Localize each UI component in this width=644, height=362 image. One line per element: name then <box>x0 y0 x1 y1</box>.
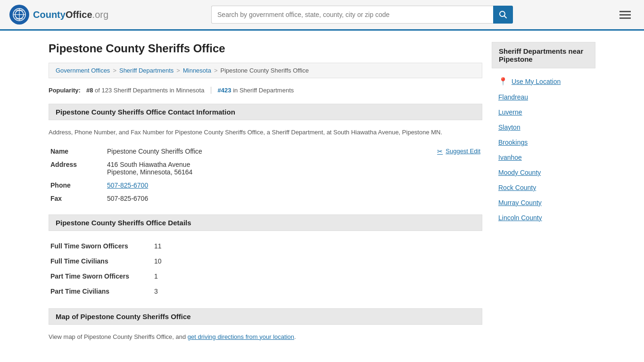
driving-directions-link[interactable]: get driving directions from your locatio… <box>188 333 294 340</box>
search-input[interactable] <box>211 6 493 24</box>
detail-label: Full Time Civilians <box>49 254 152 269</box>
details-table: Full Time Sworn Officers11Full Time Civi… <box>49 239 482 299</box>
logo-icon <box>9 5 29 25</box>
sidebar-item: Brookings <box>492 135 595 150</box>
menu-button[interactable] <box>616 9 635 21</box>
sidebar-link[interactable]: Murray County <box>498 199 542 206</box>
sidebar-item: Lincoln County <box>492 210 595 225</box>
address-value: 416 South Hiawatha Avenue Pipestone, Min… <box>105 158 482 179</box>
sidebar-item: Slayton <box>492 120 595 135</box>
location-pin-icon: 📍 <box>498 77 508 86</box>
detail-value: 10 <box>152 254 482 269</box>
details-section: Pipestone County Sheriffs Office Details… <box>49 214 482 299</box>
popularity-rank2: #423 in Sheriff Departments <box>218 87 294 94</box>
breadcrumb-sheriff-depts[interactable]: Sheriff Departments <box>119 67 173 74</box>
sidebar-item: Moody County <box>492 165 595 180</box>
address-label: Address <box>49 158 105 179</box>
site-header: CountyOffice.org <box>0 0 644 31</box>
sidebar-link[interactable]: Flandreau <box>498 93 528 101</box>
table-row: Name Pipestone County Sheriffs Office ✂ … <box>49 145 482 158</box>
table-row: Part Time Sworn Officers1 <box>49 269 482 284</box>
popularity-label: Popularity: <box>49 87 81 94</box>
sidebar-header: Sheriff Departments near Pipestone <box>492 42 595 68</box>
main-container: Pipestone County Sheriffs Office Governm… <box>39 31 605 362</box>
table-row: Full Time Civilians10 <box>49 254 482 269</box>
phone-link[interactable]: 507-825-6700 <box>107 181 148 189</box>
table-row: Fax 507-825-6706 <box>49 192 482 205</box>
map-section-header: Map of Pipestone County Sheriffs Office <box>49 308 482 325</box>
sidebar: Sheriff Departments near Pipestone 📍 Use… <box>492 42 595 351</box>
edit-icon: ✂ <box>437 148 443 155</box>
sidebar-link[interactable]: Lincoln County <box>498 214 542 222</box>
use-my-location-link[interactable]: Use My Location <box>512 78 561 85</box>
breadcrumb-sep3: > <box>214 67 218 74</box>
name-value: Pipestone County Sheriffs Office ✂ Sugge… <box>105 145 482 158</box>
contact-description: Address, Phone Number, and Fax Number fo… <box>49 128 482 137</box>
sidebar-link[interactable]: Rock County <box>498 184 536 191</box>
sidebar-links: FlandreauLuverneSlaytonBrookingsIvanhoeM… <box>492 90 595 225</box>
page-title: Pipestone County Sheriffs Office <box>49 42 482 55</box>
sidebar-link[interactable]: Slayton <box>498 123 520 131</box>
breadcrumb-sep1: > <box>113 67 116 74</box>
logo-text: CountyOffice.org <box>33 9 108 20</box>
detail-label: Part Time Civilians <box>49 284 152 299</box>
sidebar-link[interactable]: Luverne <box>498 108 522 116</box>
contact-section: Pipestone County Sheriffs Office Contact… <box>49 104 482 205</box>
map-section: Map of Pipestone County Sheriffs Office … <box>49 308 482 342</box>
details-section-header: Pipestone County Sheriffs Office Details <box>49 214 482 231</box>
popularity-rank1: #8 of 123 Sheriff Departments in Minneso… <box>86 87 205 94</box>
search-button[interactable] <box>493 6 513 24</box>
detail-label: Full Time Sworn Officers <box>49 239 152 254</box>
breadcrumb: Government Offices > Sheriff Departments… <box>49 63 482 78</box>
sidebar-item: Rock County <box>492 180 595 195</box>
breadcrumb-minnesota[interactable]: Minnesota <box>183 67 211 74</box>
table-row: Phone 507-825-6700 <box>49 179 482 192</box>
sidebar-link[interactable]: Brookings <box>498 139 528 146</box>
sidebar-link[interactable]: Moody County <box>498 169 541 176</box>
sidebar-item: Luverne <box>492 105 595 120</box>
contact-info-table: Name Pipestone County Sheriffs Office ✂ … <box>49 145 482 205</box>
breadcrumb-sep2: > <box>176 67 180 74</box>
detail-value: 1 <box>152 269 482 284</box>
content-area: Pipestone County Sheriffs Office Governm… <box>49 42 482 351</box>
breadcrumb-current: Pipestone County Sheriffs Office <box>221 67 309 74</box>
fax-label: Fax <box>49 192 105 205</box>
sidebar-item: Ivanhoe <box>492 150 595 165</box>
sidebar-item: Murray County <box>492 195 595 210</box>
table-row: Part Time Civilians3 <box>49 284 482 299</box>
breadcrumb-gov-offices[interactable]: Government Offices <box>56 67 110 74</box>
map-description: View map of Pipestone County Sheriffs Of… <box>49 332 482 342</box>
search-area <box>211 6 513 24</box>
logo-area: CountyOffice.org <box>9 5 108 25</box>
suggest-edit-link[interactable]: ✂ Suggest Edit <box>437 148 480 155</box>
phone-label: Phone <box>49 179 105 192</box>
detail-label: Part Time Sworn Officers <box>49 269 152 284</box>
detail-value: 11 <box>152 239 482 254</box>
phone-value: 507-825-6700 <box>105 179 482 192</box>
popularity-bar: Popularity: #8 of 123 Sheriff Department… <box>49 86 482 94</box>
table-row: Address 416 South Hiawatha Avenue Pipest… <box>49 158 482 179</box>
sidebar-item: Flandreau <box>492 90 595 105</box>
table-row: Full Time Sworn Officers11 <box>49 239 482 254</box>
use-location-item: 📍 Use My Location <box>492 73 595 90</box>
detail-value: 3 <box>152 284 482 299</box>
contact-section-header: Pipestone County Sheriffs Office Contact… <box>49 104 482 120</box>
sidebar-link[interactable]: Ivanhoe <box>498 154 522 161</box>
svg-line-5 <box>504 16 507 18</box>
name-label: Name <box>49 145 105 158</box>
fax-value: 507-825-6706 <box>105 192 482 205</box>
